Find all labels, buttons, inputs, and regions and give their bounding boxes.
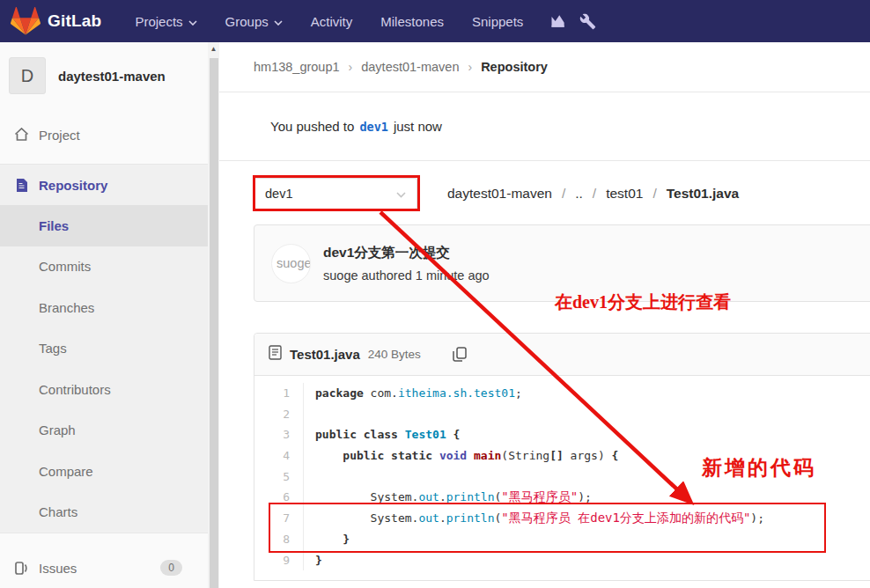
navbar-item-activity[interactable]: Activity: [297, 0, 367, 42]
line-number[interactable]: 8: [254, 529, 290, 550]
commit-avatar: suoge's avatar: [271, 244, 311, 283]
code-token: public class: [315, 428, 405, 441]
branch-selector[interactable]: dev1: [254, 178, 417, 209]
navbar-item-snippets[interactable]: Snippets: [458, 0, 537, 42]
sidebar-item-compare[interactable]: Compare: [0, 451, 219, 492]
code-token: .: [439, 511, 446, 525]
code-line: }: [315, 529, 764, 550]
code-token: "黑马程序员": [501, 489, 578, 503]
breadcrumb: hm138_group1›daytest01-maven›Repository: [219, 42, 870, 92]
copy-icon[interactable]: [453, 347, 467, 362]
branch-selector-value: dev1: [265, 187, 292, 201]
breadcrumb-segment: Repository: [481, 60, 548, 74]
scroll-up-icon[interactable]: ▲: [208, 42, 219, 56]
code-token: {: [446, 428, 461, 441]
file-name: Test01.java: [290, 347, 360, 362]
code-token: println: [446, 511, 495, 525]
file-path-segment: Test01.java: [667, 186, 739, 202]
code-lines: package com.itheima.sh.test01;public cla…: [304, 383, 764, 570]
file-size: 240 Bytes: [368, 348, 421, 361]
file-path-breadcrumb: daytest01-maven/../test01/Test01.java: [447, 186, 739, 202]
breadcrumb-separator: ›: [349, 60, 353, 74]
project-avatar[interactable]: D: [9, 57, 46, 94]
push-notice-suffix: just now: [394, 119, 442, 134]
navbar-item-projects[interactable]: Projects: [121, 0, 210, 42]
code-token: System.: [315, 511, 418, 525]
code-token: main: [474, 449, 501, 462]
file-path-segment[interactable]: daytest01-maven: [447, 186, 552, 202]
line-number[interactable]: 5: [254, 467, 290, 488]
code-token: out: [418, 490, 439, 503]
sidebar-item-graph[interactable]: Graph: [0, 410, 219, 452]
line-number[interactable]: 4: [254, 445, 290, 467]
issues-count-badge: 0: [160, 560, 182, 576]
code-token: public static: [343, 449, 439, 462]
project-name[interactable]: daytest01-maven: [58, 69, 166, 84]
sidebar: D daytest01-maven ProjectRepositoryFiles…: [0, 42, 219, 588]
navbar-item-groups[interactable]: Groups: [211, 0, 297, 42]
sidebar-item-label: Repository: [39, 178, 107, 193]
code-line: package com.itheima.sh.test01;: [315, 383, 764, 404]
file-path-separator: /: [562, 186, 565, 202]
sidebar-item-files[interactable]: Files: [0, 205, 219, 246]
wrench-icon[interactable]: [579, 13, 596, 30]
scrollbar-thumb[interactable]: [210, 58, 218, 588]
sidebar-item-issues[interactable]: Issues0: [0, 548, 219, 588]
breadcrumb-separator: ›: [468, 60, 472, 74]
line-number[interactable]: 2: [254, 404, 290, 425]
repository-icon: [13, 177, 29, 193]
breadcrumb-segment[interactable]: daytest01-maven: [361, 60, 459, 74]
sidebar-item-tags[interactable]: Tags: [0, 328, 219, 370]
sidebar-item-branches[interactable]: Branches: [0, 287, 219, 328]
branch-row: dev1 daytest01-maven/../test01/Test01.ja…: [219, 177, 870, 209]
file-icon: [269, 345, 282, 364]
code-token: ;: [515, 386, 522, 400]
commit-meta: suoge authored 1 minute ago: [323, 268, 490, 283]
push-branch-link[interactable]: dev1: [359, 120, 388, 134]
file-path-segment[interactable]: ..: [575, 186, 583, 202]
code-token: );: [578, 490, 592, 503]
gitlab-brand[interactable]: GitLab: [48, 11, 101, 31]
code-token: );: [750, 511, 764, 525]
code-token: "黑马程序员 在dev1分支上添加的新的代码": [501, 511, 750, 525]
line-number[interactable]: 9: [254, 550, 290, 571]
code-line: public class Test01 {: [315, 424, 764, 445]
sidebar-repository-section: RepositoryFilesCommitsBranchesTagsContri…: [0, 164, 219, 533]
code-token: args): [564, 449, 612, 462]
push-notice-prefix: You pushed to: [270, 119, 354, 134]
code-line: System.out.println("黑马程序员");: [315, 487, 764, 508]
code-line: [315, 404, 764, 425]
code-token: }: [315, 554, 322, 567]
sidebar-scrollbar[interactable]: ▲: [208, 42, 219, 588]
sidebar-item-repository[interactable]: Repository: [0, 165, 219, 205]
sidebar-item-charts[interactable]: Charts: [0, 492, 219, 533]
line-number[interactable]: 7: [254, 508, 290, 529]
line-number[interactable]: 6: [254, 487, 290, 508]
code-token: package: [315, 386, 364, 400]
sidebar-item-label: Project: [39, 128, 80, 143]
code-line: System.out.println("黑马程序员 在dev1分支上添加的新的代…: [315, 508, 764, 529]
code-token: []: [549, 449, 564, 462]
sidebar-item-commits[interactable]: Commits: [0, 246, 219, 288]
code-token: (String: [501, 449, 549, 462]
navbar-item-milestones[interactable]: Milestones: [366, 0, 458, 42]
issues-icon: [13, 560, 29, 576]
code-token: println: [446, 490, 495, 503]
gitlab-logo-icon[interactable]: [11, 6, 41, 36]
main-content: hm138_group1›daytest01-maven›Repository …: [219, 42, 870, 588]
sidebar-project-header: D daytest01-maven: [0, 42, 219, 104]
breadcrumb-segment[interactable]: hm138_group1: [254, 60, 340, 74]
code-token: }: [315, 533, 350, 546]
line-number[interactable]: 1: [254, 383, 290, 404]
chart-icon[interactable]: [549, 12, 567, 30]
chevron-down-icon: [274, 20, 283, 26]
file-path-segment[interactable]: test01: [606, 186, 643, 202]
sidebar-item-contributors[interactable]: Contributors: [0, 369, 219, 410]
code-token: Test01: [405, 428, 446, 441]
navbar-menu: ProjectsGroupsActivityMilestonesSnippets: [121, 0, 537, 42]
code-token: void: [439, 449, 474, 462]
sidebar-nav: ProjectRepositoryFilesCommitsBranchesTag…: [0, 114, 219, 588]
commit-title[interactable]: dev1分支第一次提交: [323, 244, 490, 262]
sidebar-item-project[interactable]: Project: [0, 114, 219, 155]
line-number[interactable]: 3: [254, 424, 290, 445]
